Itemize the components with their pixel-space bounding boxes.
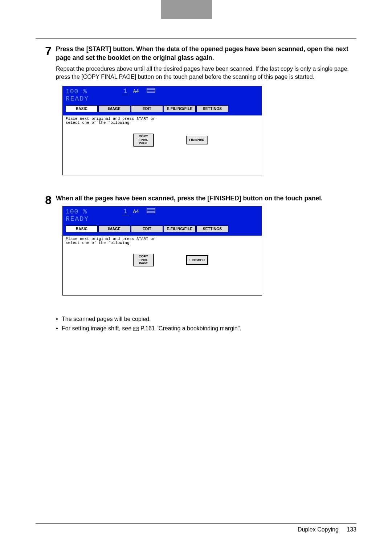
tray-icon	[147, 88, 155, 95]
tab-row: BASIC IMAGE EDIT E-FILING/FILE SETTINGS	[66, 105, 259, 112]
chapter-tab-marker	[161, 0, 212, 19]
step-number: 8	[36, 194, 56, 310]
step-number: 7	[36, 45, 56, 190]
panel-message: Place next original and press START or s…	[66, 117, 259, 125]
bullet-marker: •	[56, 314, 62, 324]
tab-edit[interactable]: EDIT	[131, 225, 163, 232]
bullet-text: For setting image shift, see P.161 "Crea…	[62, 324, 356, 333]
panel-message: Place next original and press START or s…	[66, 237, 259, 245]
book-icon	[133, 327, 139, 331]
zoom-value: 100 %	[66, 208, 87, 215]
page-footer: Duplex Copying 133	[36, 523, 356, 533]
finished-button[interactable]: FINISHED	[186, 136, 207, 144]
touch-panel-screenshot-1: 100 % 1 A4 READY BASIC IMAGE EDIT	[62, 86, 262, 175]
tab-image[interactable]: IMAGE	[98, 225, 130, 232]
tab-settings[interactable]: SETTINGS	[196, 225, 228, 232]
touch-panel-screenshot-2: 100 % 1 A4 READY BASIC IMAGE EDIT	[62, 206, 262, 296]
copy-final-page-button[interactable]: COPY FINAL PAGE	[133, 254, 154, 266]
tab-settings[interactable]: SETTINGS	[196, 105, 228, 112]
tab-image[interactable]: IMAGE	[98, 105, 130, 112]
tab-basic[interactable]: BASIC	[66, 225, 98, 232]
tab-row: BASIC IMAGE EDIT E-FILING/FILE SETTINGS	[66, 225, 259, 232]
footer-title: Duplex Copying	[298, 526, 339, 533]
tab-edit[interactable]: EDIT	[131, 105, 163, 112]
tray-icon	[147, 208, 155, 215]
bullet-list: • The scanned pages will be copied. • Fo…	[56, 314, 356, 333]
main-content: 7 Press the [START] button. When the dat…	[36, 38, 356, 333]
copy-count: 1	[122, 87, 129, 95]
svg-rect-0	[147, 88, 155, 93]
tab-basic[interactable]: BASIC	[66, 105, 98, 112]
finished-button[interactable]: FINISHED	[186, 256, 208, 265]
svg-rect-3	[147, 208, 155, 213]
zoom-value: 100 %	[66, 88, 87, 95]
tab-efiling[interactable]: E-FILING/FILE	[164, 105, 196, 112]
tab-efiling[interactable]: E-FILING/FILE	[164, 225, 196, 232]
list-item: • The scanned pages will be copied.	[56, 314, 356, 324]
step-title: Press the [START] button. When the data …	[56, 45, 356, 62]
step-paragraph: Repeat the procedures above until all th…	[56, 65, 356, 81]
paper-size: A4	[133, 89, 139, 94]
list-item: • For setting image shift, see P.161 "Cr…	[56, 324, 356, 333]
step-8: 8 When all the pages have been scanned, …	[36, 194, 356, 310]
copy-count: 1	[122, 208, 129, 215]
bullet-marker: •	[56, 324, 62, 333]
copy-final-page-button[interactable]: COPY FINAL PAGE	[133, 134, 154, 146]
paper-size: A4	[133, 209, 139, 214]
status-ready: READY	[66, 215, 259, 223]
step-7: 7 Press the [START] button. When the dat…	[36, 45, 356, 190]
bullet-text: The scanned pages will be copied.	[62, 314, 356, 324]
footer-page-number: 133	[347, 526, 356, 533]
status-ready: READY	[66, 95, 259, 102]
step-title: When all the pages have been scanned, pr…	[56, 194, 356, 203]
